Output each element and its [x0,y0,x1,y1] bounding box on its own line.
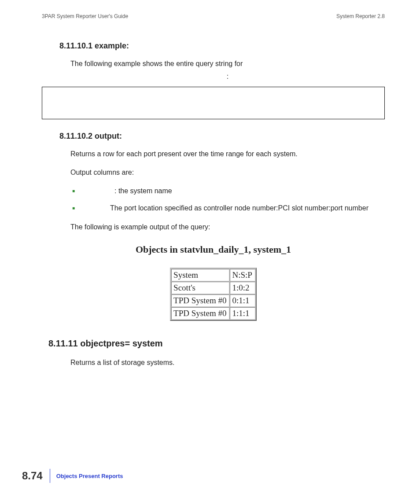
running-header: 3PAR System Reporter User's Guide System… [42,13,385,19]
heading-example: 8.11.10.1 example: [42,41,385,51]
output-line3: The following is example output of the q… [42,222,385,232]
header-right: System Reporter 2.8 [336,13,385,19]
output-line1: Returns a row for each port present over… [42,149,385,159]
heading-next-section: 8.11.11 objectpres= system [42,338,385,349]
figure-table: System N:S:P Scott's 1:0:2 TPD System #0… [170,268,257,321]
table-cell: 1:1:1 [230,307,255,320]
page: 3PAR System Reporter User's Guide System… [0,0,420,504]
bullet-text: The port location specified as controlle… [110,204,368,212]
table-row: TPD System #0 0:1:1 [171,294,255,307]
table-cell: 1:0:2 [230,282,255,294]
heading-output: 8.11.10.2 output: [42,132,385,141]
output-line2: Output columns are: [42,167,385,178]
table-cell: N:S:P [230,269,255,281]
footer: 8.74 Objects Present Reports [22,469,123,483]
header-left: 3PAR System Reporter User's Guide [42,13,128,19]
bullet-item: The port location specified as controlle… [70,203,385,214]
output-bullets: : the system name The port location spec… [42,186,385,214]
table-cell: Scott's [171,282,229,294]
table-cell: System [171,269,229,281]
figure-title: Objects in statvlun_daily_1, system_1 [42,244,385,255]
code-box [42,87,385,119]
example-intro: The following example shows the entire q… [42,59,385,69]
next-section-line1: Returns a list of storage systems. [42,357,385,368]
example-colon: : [42,73,385,81]
table-cell: 0:1:1 [230,294,255,307]
table-row: Scott's 1:0:2 [171,282,255,294]
table-cell: TPD System #0 [171,307,229,320]
footer-title: Objects Present Reports [56,473,123,479]
page-number: 8.74 [22,470,50,482]
figure-table-wrap: System N:S:P Scott's 1:0:2 TPD System #0… [42,268,385,321]
table-row: TPD System #0 1:1:1 [171,307,255,320]
footer-divider [50,469,50,483]
table-row: System N:S:P [171,269,255,281]
bullet-item: : the system name [70,186,385,197]
bullet-text: : the system name [114,187,172,195]
table-cell: TPD System #0 [171,294,229,307]
